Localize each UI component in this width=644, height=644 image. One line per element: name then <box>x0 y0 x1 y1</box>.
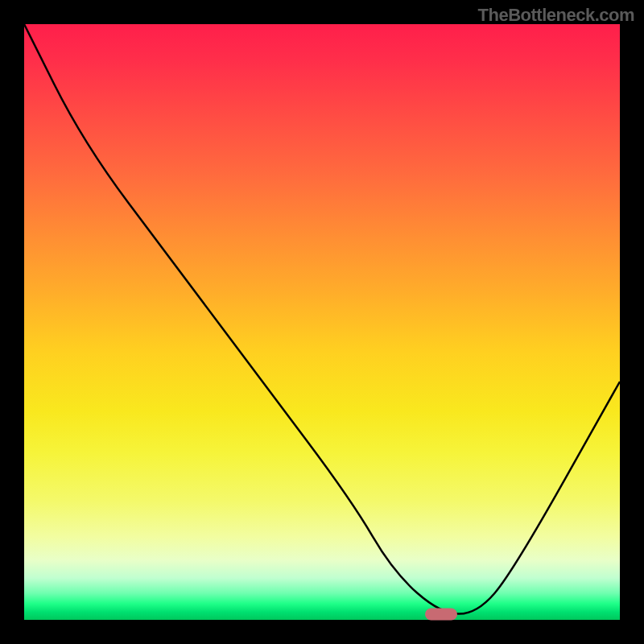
optimal-marker <box>425 608 457 620</box>
plot-area <box>24 24 620 620</box>
curve-svg <box>24 24 620 620</box>
watermark-text: TheBottleneck.com <box>478 5 634 26</box>
bottleneck-curve <box>24 24 620 614</box>
